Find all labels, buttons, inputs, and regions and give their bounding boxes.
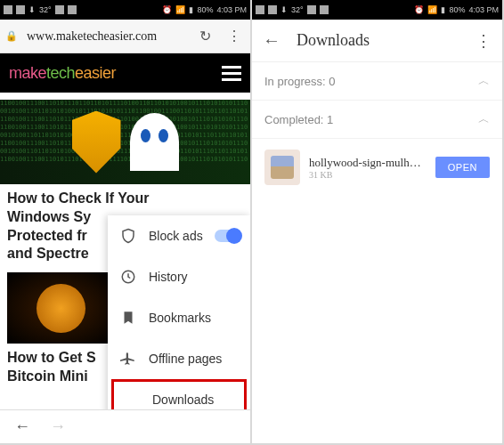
menu-offline-pages[interactable]: Offline pages bbox=[108, 338, 250, 379]
open-button[interactable]: OPEN bbox=[435, 157, 490, 178]
ghost-graphic bbox=[130, 113, 179, 171]
forward-icon: → bbox=[50, 417, 66, 436]
menu-history[interactable]: History bbox=[108, 256, 250, 297]
airplane-icon bbox=[120, 351, 136, 367]
downloads-topbar: ← Downloads ⋮ bbox=[252, 20, 502, 62]
menu-item-label: Offline pages bbox=[149, 352, 222, 366]
shield-icon bbox=[120, 228, 136, 244]
status-temp: 32° bbox=[39, 5, 52, 14]
chevron-up-icon: ︿ bbox=[478, 111, 490, 127]
site-header: maketecheasier bbox=[0, 53, 250, 93]
page-content: 1100100111001101011101101101011110100110… bbox=[0, 93, 250, 409]
notif-icon bbox=[68, 5, 77, 14]
right-screenshot: ⬇ 32° ⏰ 📶 ▮ 80% 4:03 PM ← Downloads ⋮ In… bbox=[252, 0, 502, 443]
status-time: 4:03 PM bbox=[216, 5, 247, 14]
notif-icon bbox=[307, 5, 316, 14]
menu-item-label: Block ads bbox=[149, 229, 203, 243]
status-temp: 32° bbox=[291, 5, 304, 14]
alarm-icon: ⏰ bbox=[414, 5, 424, 14]
completed-section[interactable]: Completed: 1 ︿ bbox=[252, 101, 502, 139]
bookmark-icon bbox=[120, 310, 136, 326]
in-progress-section[interactable]: In progress: 0 ︿ bbox=[252, 62, 502, 101]
left-screenshot: ⬇ 32° ⏰ 📶 ▮ 80% 4:03 PM 🔒 www.maketechea… bbox=[0, 0, 250, 443]
signal-icon: ▮ bbox=[189, 5, 193, 14]
reload-icon[interactable]: ↻ bbox=[196, 28, 215, 44]
notif-icon bbox=[268, 5, 277, 14]
notif-icon bbox=[320, 5, 329, 14]
notif-icon bbox=[256, 5, 264, 14]
menu-bookmarks[interactable]: Bookmarks bbox=[108, 297, 250, 338]
menu-item-label: Bookmarks bbox=[149, 311, 211, 325]
article-2-image[interactable] bbox=[7, 272, 114, 344]
article-1-image[interactable]: 1100100111001101011101101101011110100110… bbox=[0, 100, 250, 184]
chevron-up-icon: ︿ bbox=[478, 73, 490, 89]
browser-menu: Block ads History Bookmarks Offline page… bbox=[108, 215, 250, 409]
download-icon bbox=[124, 392, 140, 408]
status-time: 4:03 PM bbox=[468, 5, 499, 14]
section-label: Completed: 1 bbox=[264, 113, 333, 126]
toggle-switch[interactable] bbox=[215, 230, 241, 242]
status-bar: ⬇ 32° ⏰ 📶 ▮ 80% 4:03 PM bbox=[252, 0, 502, 20]
lock-icon: 🔒 bbox=[5, 30, 18, 42]
wifi-icon: 📶 bbox=[175, 5, 185, 14]
back-icon[interactable]: ← bbox=[14, 417, 30, 436]
notif-icon bbox=[4, 5, 12, 14]
download-status-icon: ⬇ bbox=[280, 5, 288, 14]
url-bar[interactable]: 🔒 www.maketecheasier.com ↻ ⋮ bbox=[0, 20, 250, 53]
status-battery: 80% bbox=[449, 5, 465, 14]
file-thumbnail bbox=[264, 150, 300, 185]
notif-icon bbox=[55, 5, 64, 14]
download-item[interactable]: hollywood-sign-mulh… 31 KB OPEN bbox=[252, 139, 502, 196]
page-title: Downloads bbox=[297, 31, 459, 50]
wifi-icon: 📶 bbox=[427, 5, 437, 14]
bitcoin-graphic bbox=[37, 284, 85, 333]
status-bar: ⬇ 32° ⏰ 📶 ▮ 80% 4:03 PM bbox=[0, 0, 250, 20]
menu-item-label: History bbox=[149, 270, 188, 284]
back-arrow-icon[interactable]: ← bbox=[263, 30, 280, 51]
site-logo[interactable]: maketecheasier bbox=[9, 64, 116, 83]
bottom-nav: ← → bbox=[0, 409, 250, 443]
menu-dots-icon[interactable]: ⋮ bbox=[476, 31, 492, 51]
file-name: hollywood-sign-mulh… bbox=[309, 156, 427, 170]
alarm-icon: ⏰ bbox=[162, 5, 172, 14]
menu-dots-icon[interactable]: ⋮ bbox=[224, 28, 245, 44]
menu-item-label: Downloads bbox=[152, 392, 214, 407]
history-icon bbox=[120, 269, 136, 285]
signal-icon: ▮ bbox=[441, 5, 445, 14]
file-size: 31 KB bbox=[309, 170, 427, 180]
url-text: www.maketecheasier.com bbox=[27, 29, 187, 44]
hamburger-icon[interactable] bbox=[222, 66, 241, 81]
section-label: In progress: 0 bbox=[264, 75, 336, 88]
notif-icon bbox=[16, 5, 25, 14]
status-battery: 80% bbox=[197, 5, 213, 14]
download-status-icon: ⬇ bbox=[28, 5, 36, 14]
menu-block-ads[interactable]: Block ads bbox=[108, 215, 250, 256]
menu-downloads[interactable]: Downloads bbox=[111, 379, 247, 409]
